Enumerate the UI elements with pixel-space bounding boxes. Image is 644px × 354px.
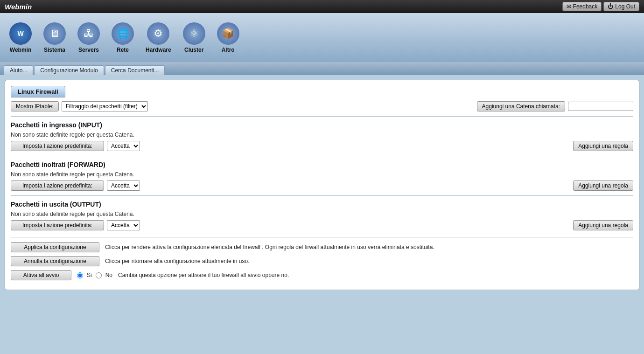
input-heading: Pacchetti in ingresso (INPUT) [11, 121, 633, 129]
nav-label-servers: Servers [78, 47, 99, 53]
forward-action-select[interactable]: Accetta Scarta Rifiuta [107, 180, 140, 191]
output-action-row: Imposta l azione predefinita: Accetta Sc… [11, 220, 633, 230]
output-action-select[interactable]: Accetta Scarta Rifiuta [107, 220, 140, 230]
nav-label-cluster: Cluster [184, 47, 203, 53]
input-action-row-left: Imposta l azione predefinita: Accetta Sc… [11, 141, 140, 151]
activate-si-radio[interactable] [77, 272, 83, 278]
nav-label-sistema: Sistema [44, 47, 65, 53]
breadcrumb-tab-2[interactable]: Cerca Documenti... [105, 65, 165, 75]
forward-heading: Pacchetti inoltrati (FORWARD) [11, 161, 633, 168]
activate-radio-group: Si No [77, 272, 112, 278]
add-chain-input[interactable] [568, 102, 633, 111]
nav-icon-cluster: ⚛ [183, 22, 205, 45]
iptable-row-left: Mostro IPtable: Filtraggio dei pacchetti… [11, 101, 148, 111]
input-action-row: Imposta l azione predefinita: Accetta Sc… [11, 141, 633, 151]
nav-icon-sistema: 🖥 [43, 22, 66, 45]
nav-label-altro: Altro [222, 47, 235, 53]
bottom-section: Applica la configurazione Clicca per ren… [11, 237, 633, 280]
nav-item-cluster[interactable]: ⚛ Cluster [178, 20, 210, 56]
output-heading: Pacchetti in uscita (OUTPUT) [11, 201, 633, 208]
navbar: W Webmin 🖥 Sistema 🖧 Servers 🌐 Rete ⚙ Ha… [0, 13, 644, 62]
output-action-row-left: Imposta l azione predefinita: Accetta Sc… [11, 220, 140, 230]
forward-section: Pacchetti inoltrati (FORWARD) Non sono s… [11, 161, 633, 191]
apply-row: Applica la configurazione Clicca per ren… [11, 242, 633, 252]
nav-item-rete[interactable]: 🌐 Rete [107, 20, 139, 56]
apply-description: Clicca per rendere attiva la configurazi… [105, 244, 434, 250]
panel-title: Linux Firewall [11, 86, 65, 97]
nav-icon-rete: 🌐 [112, 22, 134, 45]
logout-button[interactable]: ⏻ Log Out [603, 2, 639, 11]
input-section: Pacchetti in ingresso (INPUT) Non sono s… [11, 121, 633, 151]
breadcrumb-tab-1[interactable]: Configurazione Modulo [34, 65, 104, 75]
breadcrumb: Aiuto...Configurazione ModuloCerca Docum… [0, 62, 644, 75]
nav-item-sistema[interactable]: 🖥 Sistema [39, 20, 70, 56]
forward-action-row: Imposta l azione predefinita: Accetta Sc… [11, 180, 633, 191]
topbar: Webmin ✉ Feedback ⏻ Log Out [0, 0, 644, 13]
linux-firewall-panel: Linux Firewall Mostro IPtable: Filtraggi… [5, 80, 639, 290]
breadcrumb-tab-0[interactable]: Aiuto... [4, 65, 33, 75]
activate-no-radio[interactable] [96, 272, 102, 278]
output-section: Pacchetti in uscita (OUTPUT) Non sono st… [11, 201, 633, 230]
app-title: Webmin [5, 3, 32, 11]
activate-button[interactable]: Attiva all avvio [11, 270, 71, 280]
main-content: Linux Firewall Mostro IPtable: Filtraggi… [0, 75, 644, 354]
activate-si-label: Si [87, 272, 92, 278]
activate-row: Attiva all avvio Si No Cambia questa opz… [11, 270, 633, 280]
input-no-rules: Non sono state definite regole per quest… [11, 132, 633, 138]
logout-icon: ⏻ [608, 3, 613, 10]
nav-label-rete: Rete [117, 47, 129, 53]
divider-2 [11, 156, 633, 156]
nav-icon-altro: 📦 [217, 22, 239, 45]
add-chain-button[interactable]: Aggiungi una Catena chiamata: [477, 101, 565, 111]
activate-description: Cambia questa opzione per attivare il tu… [118, 272, 289, 278]
forward-add-rule-button[interactable]: Aggiungi una regola [573, 180, 633, 191]
nav-label-hardware: Hardware [146, 47, 171, 53]
topbar-actions: ✉ Feedback ⏻ Log Out [562, 2, 639, 11]
output-add-rule-button[interactable]: Aggiungi una regola [573, 220, 633, 230]
cancel-row: Annulla la configurazione Clicca per rit… [11, 256, 633, 266]
divider-3 [11, 195, 633, 196]
nav-item-altro[interactable]: 📦 Altro [212, 20, 244, 56]
output-default-action-button[interactable]: Imposta l azione predefinita: [11, 220, 104, 230]
forward-default-action-button[interactable]: Imposta l azione predefinita: [11, 180, 104, 191]
nav-icon-servers: 🖧 [77, 22, 100, 45]
nav-item-hardware[interactable]: ⚙ Hardware [141, 20, 176, 56]
cancel-button[interactable]: Annulla la configurazione [11, 256, 99, 266]
nav-item-servers[interactable]: 🖧 Servers [73, 20, 105, 56]
input-default-action-button[interactable]: Imposta l azione predefinita: [11, 141, 104, 151]
show-iptable-button[interactable]: Mostro IPtable: [11, 101, 59, 111]
panel-title-wrap: Linux Firewall [11, 86, 633, 97]
nav-label-webmin: Webmin [10, 47, 31, 53]
iptable-row-right: Aggiungi una Catena chiamata: [477, 101, 633, 111]
divider-1 [11, 116, 633, 117]
nav-icon-hardware: ⚙ [147, 22, 169, 45]
activate-no-label: No [105, 272, 112, 278]
iptable-row: Mostro IPtable: Filtraggio dei pacchetti… [11, 101, 633, 111]
output-no-rules: Non sono state definite regole per quest… [11, 211, 633, 217]
input-action-select[interactable]: Accetta Scarta Rifiuta [107, 141, 140, 151]
nav-icon-webmin: W [9, 22, 32, 45]
feedback-button[interactable]: ✉ Feedback [562, 2, 602, 11]
forward-action-row-left: Imposta l azione predefinita: Accetta Sc… [11, 180, 140, 191]
input-add-rule-button[interactable]: Aggiungi una regola [573, 141, 633, 151]
iptable-select[interactable]: Filtraggio dei pacchetti (filter) NAT (n… [62, 101, 148, 111]
mail-icon: ✉ [567, 3, 571, 10]
forward-no-rules: Non sono state definite regole per quest… [11, 171, 633, 178]
nav-item-webmin[interactable]: W Webmin [5, 20, 36, 56]
apply-button[interactable]: Applica la configurazione [11, 242, 99, 252]
cancel-description: Clicca per ritornare alla configurazione… [105, 258, 250, 264]
